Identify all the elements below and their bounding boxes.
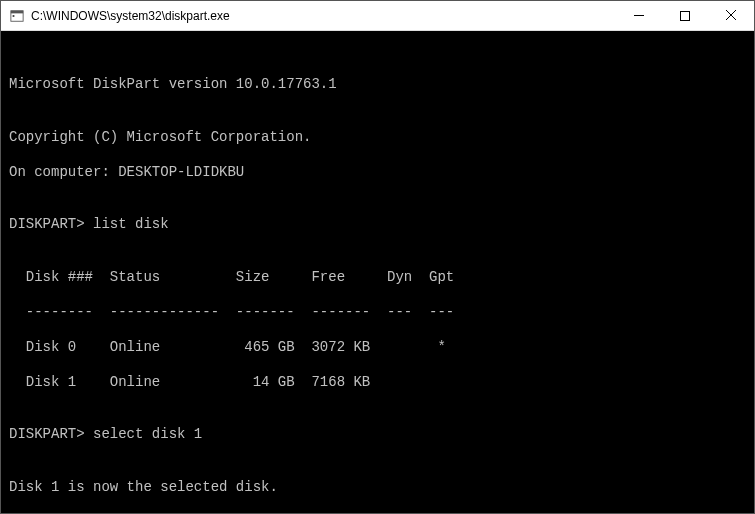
window-controls [616,1,754,30]
minimize-button[interactable] [616,1,662,30]
command-line: DISKPART> select disk 1 [9,426,746,444]
copyright-line: Copyright (C) Microsoft Corporation. [9,129,746,147]
window-title: C:\WINDOWS\system32\diskpart.exe [31,9,616,23]
maximize-button[interactable] [662,1,708,30]
prompt: DISKPART> [9,216,93,232]
command-line: DISKPART> list disk [9,216,746,234]
prompt: DISKPART> [9,426,93,442]
command-text: select disk 1 [93,426,202,442]
svg-rect-2 [13,15,15,17]
maximize-icon [680,11,690,21]
console-window: C:\WINDOWS\system32\diskpart.exe Microso… [0,0,755,514]
table-row: Disk 1 Online 14 GB 7168 KB [9,374,746,392]
minimize-icon [634,15,644,16]
computer-line: On computer: DESKTOP-LDIDKBU [9,164,746,182]
table-divider: -------- ------------- ------- ------- -… [9,304,746,322]
table-row: Disk 0 Online 465 GB 3072 KB * [9,339,746,357]
app-icon [9,8,25,24]
close-icon [726,10,736,22]
table-header: Disk ### Status Size Free Dyn Gpt [9,269,746,287]
titlebar[interactable]: C:\WINDOWS\system32\diskpart.exe [1,1,754,31]
svg-rect-1 [11,10,23,13]
close-button[interactable] [708,1,754,30]
output-line: Disk 1 is now the selected disk. [9,479,746,497]
terminal-area[interactable]: Microsoft DiskPart version 10.0.17763.1 … [1,31,754,513]
command-text: list disk [93,216,169,232]
version-line: Microsoft DiskPart version 10.0.17763.1 [9,76,746,94]
